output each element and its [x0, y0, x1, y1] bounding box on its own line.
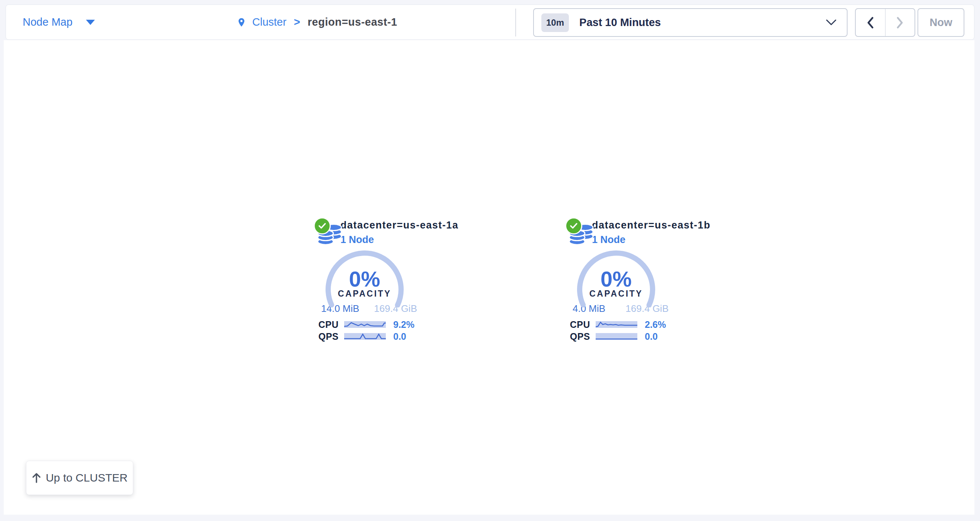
view-selector-dropdown[interactable]: Node Map [23, 5, 95, 40]
top-toolbar: Node Map Cluster > region=us-east-1 10m … [6, 5, 974, 40]
cpu-metric-row: CPU 9.2% [303, 320, 414, 329]
breadcrumb-current-region: region=us-east-1 [308, 16, 397, 28]
time-range-next-button[interactable] [886, 9, 915, 36]
qps-label: QPS [555, 331, 590, 342]
cpu-metric-row: CPU 2.6% [555, 320, 666, 329]
datacenter-titles: datacenter=us-east-1a 1 Node [340, 220, 458, 245]
metric-rows: CPU 2.6% QPS 0.0 [555, 320, 666, 341]
datacenter-node-count: 1 Node [592, 234, 711, 245]
metric-rows: CPU 9.2% QPS 0.0 [303, 320, 414, 341]
location-pin-icon [237, 16, 246, 29]
time-window-label: Past 10 Minutes [579, 16, 661, 29]
now-button[interactable]: Now [918, 8, 964, 37]
datacenter-card-us-east-1b[interactable]: datacenter=us-east-1b 1 Node 0% CAPACITY… [555, 216, 678, 341]
datacenter-title: datacenter=us-east-1b [592, 220, 711, 231]
chevron-left-icon [867, 17, 874, 29]
up-to-cluster-button[interactable]: Up to CLUSTER [26, 461, 133, 495]
capacity-label: CAPACITY [325, 289, 404, 299]
datacenter-title: datacenter=us-east-1a [340, 220, 458, 231]
qps-label: QPS [303, 331, 339, 342]
view-selector-label: Node Map [23, 16, 73, 28]
capacity-gauge: 0% CAPACITY [325, 250, 404, 308]
capacity-percent: 0% [577, 266, 655, 292]
datacenter-header: datacenter=us-east-1b 1 Node [555, 216, 678, 250]
time-window-badge: 10m [541, 13, 569, 32]
capacity-gauge: 0% CAPACITY [577, 250, 655, 308]
qps-value: 0.0 [645, 331, 658, 342]
chevron-right-icon [896, 17, 904, 29]
breadcrumb: Cluster > region=us-east-1 [237, 5, 397, 40]
healthy-check-icon [313, 217, 331, 234]
cpu-label: CPU [555, 319, 590, 330]
datacenter-header: datacenter=us-east-1a 1 Node [303, 216, 426, 250]
qps-sparkline [596, 333, 637, 340]
time-range-prev-button[interactable] [856, 9, 886, 36]
datacenter-card-us-east-1a[interactable]: datacenter=us-east-1a 1 Node 0% CAPACITY… [303, 216, 426, 341]
chevron-down-icon [826, 19, 836, 25]
node-map-canvas: datacenter=us-east-1a 1 Node 0% CAPACITY… [4, 40, 974, 515]
time-window-selector[interactable]: 10m Past 10 Minutes [533, 8, 848, 37]
capacity-percent: 0% [325, 266, 404, 292]
time-range-nav [855, 8, 915, 37]
arrow-up-icon [32, 472, 41, 483]
qps-value: 0.0 [393, 331, 406, 342]
healthy-check-icon [565, 217, 582, 234]
qps-metric-row: QPS 0.0 [303, 331, 414, 341]
caret-down-icon [86, 20, 95, 25]
datacenter-node-count: 1 Node [340, 234, 458, 245]
toolbar-divider [515, 8, 516, 37]
breadcrumb-cluster-link[interactable]: Cluster [252, 16, 286, 28]
cpu-sparkline [596, 321, 637, 328]
breadcrumb-separator: > [294, 16, 300, 28]
cpu-sparkline [344, 321, 386, 328]
capacity-label: CAPACITY [577, 289, 655, 299]
cpu-value: 2.6% [645, 319, 666, 330]
up-to-cluster-label: Up to CLUSTER [46, 472, 127, 484]
cpu-value: 9.2% [393, 319, 414, 330]
cpu-label: CPU [303, 319, 339, 330]
datacenter-titles: datacenter=us-east-1b 1 Node [592, 220, 711, 245]
qps-metric-row: QPS 0.0 [555, 331, 666, 341]
qps-sparkline [344, 333, 386, 340]
